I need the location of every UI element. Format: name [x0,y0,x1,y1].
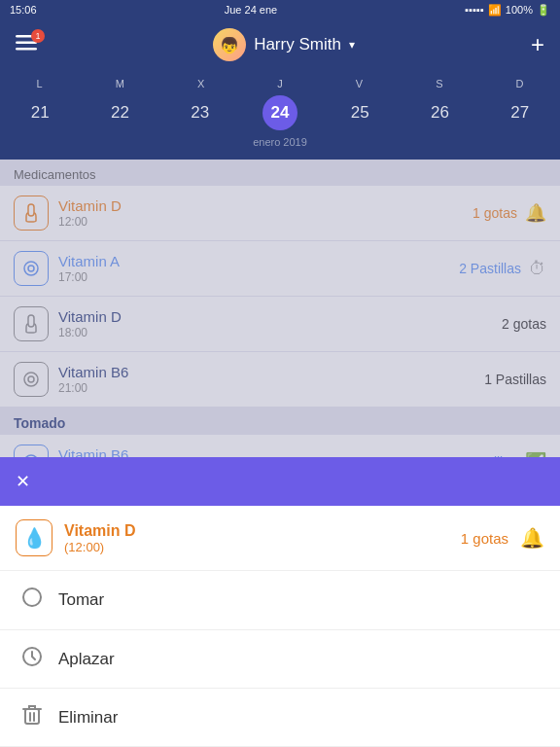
sheet-action-eliminar[interactable]: Eliminar [0,689,560,747]
sheet-med-item: 💧 Vitamin D (12:00) 1 gotas 🔔 [0,506,560,571]
user-profile-button[interactable]: 👦 Harry Smith ▾ [213,28,355,61]
svg-point-11 [23,588,41,606]
sheet-bell-icon: 🔔 [520,526,544,550]
cal-day-27[interactable]: 27 [503,95,538,130]
day-header-6: D [516,78,524,89]
status-right: ▪▪▪▪▪ 📶 100% 🔋 [465,4,550,17]
cal-day-23[interactable]: 23 [183,95,218,130]
eliminar-icon [19,704,45,730]
sheet-med-icon: 💧 [16,519,52,556]
calendar-day-numbers: 21 22 23 24 25 26 27 [0,95,560,130]
day-header-1: M [116,78,124,89]
chevron-down-icon: ▾ [349,38,355,52]
bottom-sheet: ✕ 💧 Vitamin D (12:00) 1 gotas 🔔 Tomar Ap… [0,457,560,747]
day-header-4: V [356,78,363,89]
cal-day-22[interactable]: 22 [102,95,137,130]
day-header-5: S [436,78,442,89]
calendar: L M X J V S D 21 22 23 24 25 26 27 enero… [0,70,560,160]
tomar-label: Tomar [58,590,104,610]
app-header: 1 👦 Harry Smith ▾ + [0,19,560,70]
sheet-med-dose: 1 gotas [461,530,508,547]
sheet-action-tomar[interactable]: Tomar [0,571,560,630]
eliminar-label: Eliminar [58,708,118,728]
cal-day-25[interactable]: 25 [342,95,377,130]
status-day: Jue 24 ene [225,4,277,16]
sheet-med-name: Vitamin D [64,522,449,540]
day-header-3: J [277,78,283,89]
avatar: 👦 [213,28,246,61]
sheet-med-info: Vitamin D (12:00) [64,522,449,554]
cal-day-26[interactable]: 26 [423,95,458,130]
status-bar: 15:06 Jue 24 ene ▪▪▪▪▪ 📶 100% 🔋 [0,0,560,19]
day-header-0: L [37,78,43,89]
sheet-action-aplazar[interactable]: Aplazar [0,630,560,689]
status-time: 15:06 [10,4,37,16]
menu-button[interactable]: 1 [16,35,37,55]
calendar-days-header: L M X J V S D [0,78,560,95]
aplazar-label: Aplazar [58,650,115,669]
menu-badge: 1 [31,29,45,43]
wifi-icon: 📶 [488,4,502,17]
close-button[interactable]: ✕ [16,471,30,492]
cal-day-21[interactable]: 21 [22,95,57,130]
svg-rect-2 [16,48,37,51]
signal-icon: ▪▪▪▪▪ [465,4,484,16]
user-name: Harry Smith [254,35,341,54]
day-header-2: X [197,78,204,89]
sheet-med-time: (12:00) [64,540,449,554]
calendar-month: enero 2019 [0,136,560,148]
sheet-header: ✕ [0,457,560,506]
battery-label: 100% [506,4,533,16]
aplazar-icon [19,646,45,672]
cal-day-24-today[interactable]: 24 [262,95,298,130]
tomar-icon [19,587,45,614]
battery-icon: 🔋 [537,4,550,17]
add-button[interactable]: + [531,31,544,58]
svg-rect-13 [25,709,39,724]
